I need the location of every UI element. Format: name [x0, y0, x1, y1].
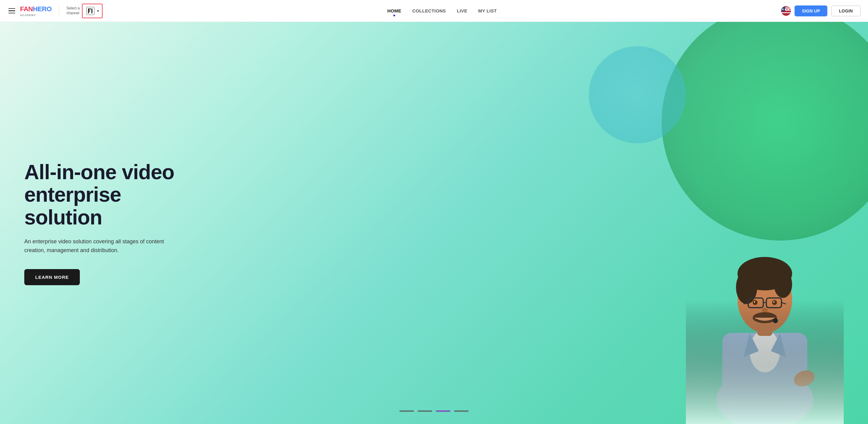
channel-selector-button[interactable]: ▾	[82, 4, 102, 18]
hero-person-image	[686, 218, 844, 424]
hero-content: All-in-one video enterprise solution An …	[0, 142, 212, 304]
carousel-dot-2[interactable]	[417, 410, 432, 412]
hero-section: All-in-one video enterprise solution An …	[0, 22, 868, 424]
chevron-down-icon: ▾	[97, 9, 99, 13]
brand-academy-text: ACADEMY	[20, 14, 52, 17]
svg-rect-12	[781, 12, 791, 13]
signup-button[interactable]: SIGN UP	[795, 5, 827, 17]
svg-text:★★★: ★★★	[781, 8, 790, 11]
svg-rect-5	[92, 10, 93, 11]
person-svg	[686, 218, 844, 424]
nav-right: ★★★ SIGN UP LOGIN	[781, 5, 861, 17]
carousel-dot-3[interactable]	[436, 410, 451, 412]
nav-divider	[59, 5, 59, 17]
svg-rect-2	[88, 8, 91, 9]
carousel-dot-1[interactable]	[399, 410, 414, 412]
learn-more-button[interactable]: LEARN MORE	[24, 269, 80, 285]
nav-center: HOME COLLECTIONS LIVE MY LIST	[102, 8, 781, 13]
brand-hero-text: HERO	[33, 5, 52, 13]
nav-left: FAN HERO ACADEMY Select achannel	[7, 4, 102, 18]
svg-rect-0	[87, 7, 95, 15]
carousel-dots	[399, 410, 469, 412]
hero-title-line1: All-in-one video	[24, 160, 174, 183]
hero-subtitle: An enterprise video solution covering al…	[24, 237, 182, 255]
brand-name-wrap: FAN HERO ACADEMY	[20, 5, 52, 17]
hero-bg-circle-small	[589, 46, 686, 143]
svg-rect-13	[781, 13, 791, 14]
svg-rect-11	[781, 11, 791, 12]
hero-bg-circle-large	[662, 22, 868, 241]
select-channel-wrapper: Select achannel ▾	[66, 4, 102, 18]
svg-rect-44	[686, 218, 844, 424]
nav-item-home[interactable]: HOME	[387, 8, 401, 13]
hero-title: All-in-one video enterprise solution	[24, 161, 188, 229]
select-channel-label: Select achannel	[66, 6, 80, 16]
nav-item-my-list[interactable]: MY LIST	[478, 8, 497, 13]
fh-logo-svg	[86, 6, 95, 16]
language-selector[interactable]: ★★★	[781, 6, 791, 16]
carousel-dot-4[interactable]	[454, 410, 469, 412]
navbar: FAN HERO ACADEMY Select achannel	[0, 0, 868, 22]
svg-rect-3	[88, 10, 90, 11]
nav-item-collections[interactable]: COLLECTIONS	[412, 8, 446, 13]
channel-logo-icon	[86, 6, 95, 16]
hamburger-menu-button[interactable]	[7, 7, 17, 15]
hero-title-line2: enterprise solution	[24, 183, 121, 229]
login-button[interactable]: LOGIN	[831, 5, 861, 17]
nav-item-live[interactable]: LIVE	[457, 8, 467, 13]
brand-logo[interactable]: FAN HERO ACADEMY	[20, 5, 52, 17]
brand-fan-text: FAN	[20, 5, 33, 13]
brand-name-row: FAN HERO	[20, 5, 52, 13]
